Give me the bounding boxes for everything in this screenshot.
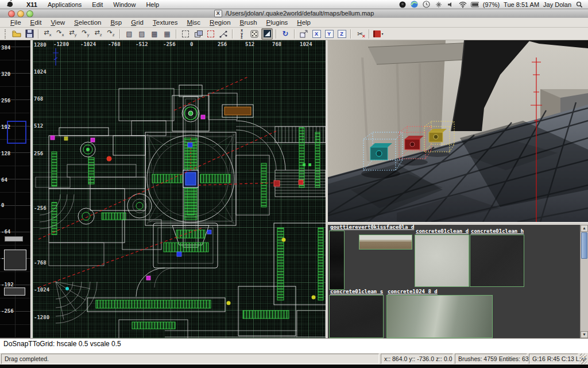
- menu-file[interactable]: File: [6, 18, 26, 26]
- toolbar-separator: [350, 29, 351, 39]
- z-view-platform-brush: [5, 236, 23, 241]
- close-window-button[interactable]: [8, 10, 15, 17]
- texture-scrollbar[interactable]: ▲ ▼: [580, 225, 588, 338]
- z-view-small-brush: [4, 288, 25, 296]
- x11-window-icon: X: [214, 10, 222, 17]
- scale-mode-icon[interactable]: [218, 28, 229, 40]
- menu-view[interactable]: View: [46, 18, 69, 26]
- ruler-y-label: -1024: [34, 287, 49, 293]
- spotlight-icon[interactable]: [575, 1, 583, 8]
- minimize-window-button[interactable]: [17, 10, 24, 17]
- hollow-icon[interactable]: ▩: [149, 28, 160, 40]
- view-y-icon[interactable]: Y: [323, 28, 335, 40]
- toolbar-icons: ⇄x↷x⇄y↷y⇄z↷z▧▨▩▦xyz↻XYZ✂×▾: [10, 28, 385, 40]
- menu-plugins[interactable]: Plugins: [262, 18, 293, 26]
- flip-x-icon[interactable]: ⇄x: [42, 28, 53, 40]
- toolbar-drag-handle[interactable]: [5, 29, 8, 39]
- z-ruler-label: 0: [1, 202, 4, 208]
- menu-region[interactable]: Region: [205, 18, 235, 26]
- texture-tile[interactable]: [470, 235, 524, 287]
- z-axis-view[interactable]: 384320256192128640-64-128-192-256: [0, 40, 30, 338]
- toolbar-separator: [232, 29, 233, 39]
- select-duplicate-icon[interactable]: [192, 28, 204, 40]
- clipper-icon[interactable]: ▦: [161, 28, 173, 40]
- menu-edit[interactable]: Edit: [26, 18, 47, 26]
- map-right-stairs: [236, 121, 326, 215]
- texture-tile[interactable]: [329, 231, 345, 290]
- save-icon[interactable]: [24, 28, 35, 40]
- menu-brush[interactable]: Brush: [235, 18, 262, 26]
- view-x-icon[interactable]: X: [311, 28, 322, 40]
- ruler-y-label: -768: [34, 260, 47, 266]
- flip-y-icon[interactable]: ⇄y: [67, 28, 79, 40]
- menu-help[interactable]: Help: [292, 18, 315, 26]
- time-machine-icon[interactable]: [423, 1, 431, 8]
- texture-browser[interactable]: gouttierevert0kissface0la_dconcrete01cle…: [328, 225, 588, 338]
- menu-textures[interactable]: Textures: [148, 18, 182, 26]
- camera-3d-view[interactable]: [328, 40, 588, 222]
- csg-merge-icon[interactable]: ▨: [136, 28, 148, 40]
- texture-tile[interactable]: [329, 295, 384, 338]
- zoom-window-button[interactable]: [26, 10, 33, 17]
- wifi-icon[interactable]: [459, 1, 467, 8]
- toolbar-separator: [369, 29, 370, 39]
- menubar-clock[interactable]: Tue 8:51 AM: [504, 1, 539, 8]
- scrollbar-thumb[interactable]: [581, 232, 587, 259]
- mac-status-area: (97%) Tue 8:51 AM Jay Dolan: [399, 1, 588, 8]
- mac-menu-applications[interactable]: Applications: [42, 1, 87, 8]
- status-coords: x:: 864.0 y:: -736.0 z:: 0.0: [384, 355, 452, 362]
- menu-bsp[interactable]: Bsp: [106, 18, 126, 26]
- status-grid-cell: G:16 R:45 C:13 L:M: [529, 354, 578, 364]
- flip-z-icon[interactable]: ⇄z: [92, 28, 104, 40]
- rotate-x-icon[interactable]: ↷x: [55, 28, 66, 40]
- resize-grip[interactable]: [580, 354, 587, 364]
- refresh-models-icon[interactable]: ↻: [280, 28, 291, 40]
- texture-lock-icon[interactable]: [249, 28, 260, 40]
- rotate-y-icon[interactable]: ↷y: [80, 28, 91, 40]
- texture-tile[interactable]: [415, 235, 469, 287]
- mac-menu-edit[interactable]: Edit: [87, 1, 108, 8]
- scroll-up-button[interactable]: ▲: [581, 225, 588, 232]
- texture-name: concrete1024_8_d: [388, 289, 438, 294]
- plugins-icon[interactable]: ▾: [373, 28, 384, 40]
- map-wireframe: [33, 40, 326, 338]
- toolbar-separator: [294, 29, 295, 39]
- ruler-x-label: -1280: [53, 41, 69, 47]
- mac-menu-window[interactable]: Window: [108, 1, 141, 8]
- scroll-down-button[interactable]: ▼: [581, 331, 588, 338]
- volume-icon[interactable]: [447, 1, 455, 8]
- texture-tile[interactable]: [386, 295, 493, 338]
- menubar-user[interactable]: Jay Dolan: [543, 1, 571, 8]
- z-ruler-label: -256: [1, 308, 14, 314]
- popup-windows-icon[interactable]: [298, 28, 310, 40]
- menu-grid[interactable]: Grid: [126, 18, 148, 26]
- console-output[interactable]: DoSnapTToGrid: hscale 0.5 vscale 0.5: [0, 338, 588, 353]
- app-status-icon[interactable]: [399, 1, 407, 8]
- rotate-z-icon[interactable]: ↷z: [105, 28, 117, 40]
- z-ruler-label: 128: [1, 151, 10, 156]
- texture-view-icon[interactable]: [261, 28, 273, 40]
- mac-menu-x11[interactable]: X11: [21, 1, 42, 8]
- view-z-icon[interactable]: Z: [336, 28, 347, 40]
- map-fan-arcs: [36, 177, 97, 323]
- texture-name: gouttierevert0kissface0la_d: [330, 225, 414, 230]
- csg-subtract-icon[interactable]: ▧: [123, 28, 135, 40]
- input-menu-icon[interactable]: [435, 1, 443, 8]
- ruler-y-label: 256: [34, 151, 43, 156]
- select-inside-icon[interactable]: [205, 28, 216, 40]
- battery-percent: (97%): [483, 1, 500, 8]
- window-titlebar[interactable]: X /Users/jdolan/.quake2world/default/map…: [0, 9, 588, 18]
- apple-menu-icon[interactable]: [7, 0, 13, 9]
- open-icon[interactable]: [11, 28, 22, 40]
- sync-status-icon[interactable]: [411, 1, 419, 8]
- mac-menu-help[interactable]: Help: [141, 1, 164, 8]
- change-views-icon[interactable]: xyz: [236, 28, 247, 40]
- battery-icon[interactable]: [471, 1, 479, 8]
- menu-selection[interactable]: Selection: [69, 18, 106, 26]
- dont-select-curves-icon[interactable]: ✂×: [354, 28, 366, 40]
- map-2d-view[interactable]: -1280-1024-768-512-25602565127681024 128…: [33, 40, 326, 338]
- select-touching-icon[interactable]: [180, 28, 191, 40]
- texture-tile[interactable]: [359, 235, 412, 250]
- menu-misc[interactable]: Misc: [182, 18, 205, 26]
- ruler-y-label: -256: [34, 205, 47, 211]
